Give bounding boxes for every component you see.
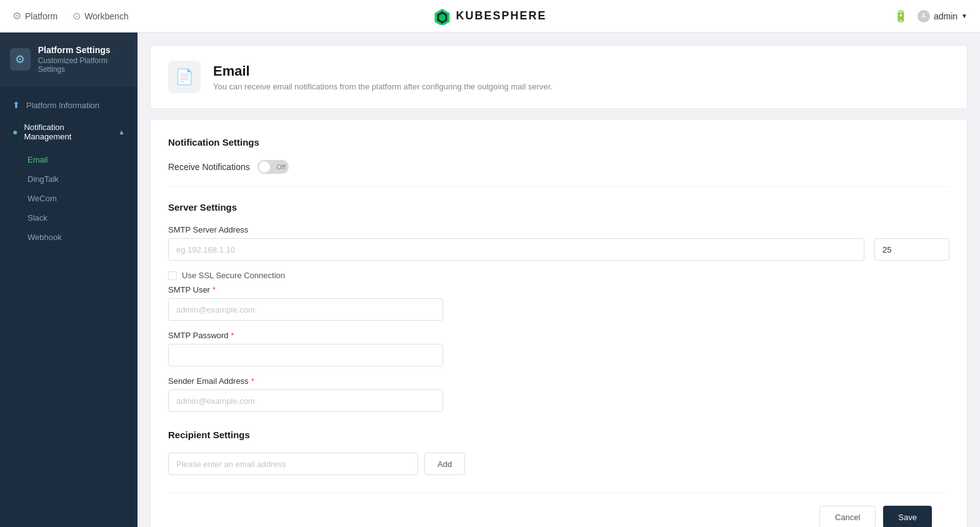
toggle-state: Off [276, 163, 285, 171]
recipient-settings-section: Recipient Settings Add [168, 429, 949, 475]
smtp-password-group: SMTP Password * [168, 331, 949, 366]
sidebar-submenu-wecom[interactable]: WeCom [0, 189, 138, 208]
sidebar-submenu-email[interactable]: Email [0, 150, 138, 169]
sidebar-submenu-dingtalk[interactable]: DingTalk [0, 169, 138, 189]
workbench-icon: ⊙ [72, 10, 81, 22]
sender-email-required: * [251, 376, 254, 386]
receive-notifications-row: Receive Notifications Off [168, 160, 949, 187]
smtp-user-label: SMTP User * [168, 285, 949, 294]
wecom-label: WeCom [28, 194, 57, 203]
logo: KUBESPHERE [433, 8, 546, 25]
content-card: Notification Settings Receive Notificati… [150, 119, 968, 527]
sender-email-input[interactable] [168, 389, 443, 412]
smtp-password-required: * [231, 331, 234, 340]
smtp-password-label: SMTP Password * [168, 331, 949, 340]
gear-icon: ⚙ [12, 10, 21, 22]
email-label: Email [28, 155, 48, 164]
platform-nav-label: Platform [25, 11, 58, 21]
dingtalk-label: DingTalk [28, 174, 59, 184]
email-description: You can receive email notifications from… [213, 82, 552, 91]
notification-icon: ● [12, 127, 18, 137]
avatar: A [918, 10, 930, 23]
ssl-label: Use SSL Secure Connection [182, 271, 285, 280]
sender-email-group: Sender Email Address * [168, 376, 949, 412]
recipient-row: Add [168, 453, 949, 475]
battery-icon: 🔋 [894, 9, 908, 23]
smtp-address-group: SMTP Server Address 25 [168, 225, 949, 261]
toggle-knob [259, 161, 270, 173]
chevron-down-icon: ▼ [961, 13, 968, 19]
chevron-up-icon: ▲ [118, 128, 125, 136]
sidebar-submenu: Email DingTalk WeCom Slack Webhook [0, 148, 138, 249]
email-header-icon: 📄 [168, 61, 201, 93]
sender-email-label: Sender Email Address * [168, 376, 949, 386]
sidebar-section: ⬆ Platform Information ● Notification Ma… [0, 86, 138, 257]
top-navigation: ⚙ Platform ⊙ Workbench KUBESPHERE 🔋 A ad… [0, 0, 980, 33]
receive-notifications-toggle[interactable]: Off [258, 160, 289, 174]
smtp-user-required: * [212, 285, 216, 294]
user-menu[interactable]: A admin ▼ [918, 10, 968, 23]
sidebar-item-notification-mgmt[interactable]: ● Notification Management ▲ [0, 116, 138, 148]
kubesphere-logo-icon [433, 8, 451, 25]
main-layout: ⚙ Platform Settings Customized Platform … [0, 33, 980, 527]
workbench-nav-label: Workbench [84, 11, 129, 21]
sidebar-subtitle: Customized Platform Settings [38, 56, 128, 74]
save-button[interactable]: Save [883, 506, 932, 527]
platform-info-icon: ⬆ [12, 100, 20, 110]
sidebar: ⚙ Platform Settings Customized Platform … [0, 33, 138, 527]
smtp-address-input[interactable] [168, 238, 864, 261]
notification-settings-title: Notification Settings [168, 137, 949, 148]
ssl-checkbox[interactable] [168, 271, 177, 280]
slack-label: Slack [28, 213, 48, 223]
server-settings-title: Server Settings [168, 202, 949, 213]
sidebar-submenu-webhook[interactable]: Webhook [0, 228, 138, 247]
smtp-user-input[interactable] [168, 298, 443, 321]
email-header-text: Email You can receive email notification… [213, 63, 552, 91]
ssl-checkbox-row: Use SSL Secure Connection [168, 271, 949, 280]
logo-text: KUBESPHERE [456, 9, 546, 23]
email-header-card: 📄 Email You can receive email notificati… [150, 45, 968, 109]
sidebar-item-label-notification: Notification Management [24, 123, 112, 141]
settings-icon: ⚙ [10, 48, 31, 71]
sidebar-header: ⚙ Platform Settings Customized Platform … [0, 33, 138, 86]
top-nav-right: 🔋 A admin ▼ [894, 9, 968, 23]
smtp-address-port-row: 25 [168, 238, 949, 261]
sidebar-item-platform-info[interactable]: ⬆ Platform Information [0, 94, 138, 116]
smtp-port-input[interactable]: 25 [874, 238, 949, 261]
user-label: admin [934, 11, 958, 21]
add-recipient-button[interactable]: Add [424, 453, 465, 475]
top-nav-left: ⚙ Platform ⊙ Workbench [12, 10, 129, 22]
webhook-label: Webhook [28, 233, 62, 242]
workbench-nav-item[interactable]: ⊙ Workbench [72, 10, 129, 22]
cancel-button[interactable]: Cancel [819, 506, 876, 527]
sidebar-item-label-platform-info: Platform Information [26, 101, 99, 110]
footer-buttons: Cancel Save [168, 493, 949, 527]
sidebar-submenu-slack[interactable]: Slack [0, 208, 138, 228]
main-content: 📄 Email You can receive email notificati… [138, 33, 980, 527]
sidebar-title: Platform Settings [38, 45, 128, 55]
toggle-label: Receive Notifications [168, 162, 250, 172]
email-title: Email [213, 63, 552, 79]
platform-nav-item[interactable]: ⚙ Platform [12, 10, 58, 22]
recipient-email-input[interactable] [168, 453, 418, 475]
server-settings-section: Server Settings SMTP Server Address 25 U… [168, 202, 949, 412]
smtp-password-input[interactable] [168, 344, 443, 366]
smtp-user-group: SMTP User * [168, 285, 949, 321]
smtp-address-label: SMTP Server Address [168, 225, 949, 234]
recipient-settings-title: Recipient Settings [168, 429, 949, 440]
sidebar-header-text: Platform Settings Customized Platform Se… [38, 45, 128, 74]
